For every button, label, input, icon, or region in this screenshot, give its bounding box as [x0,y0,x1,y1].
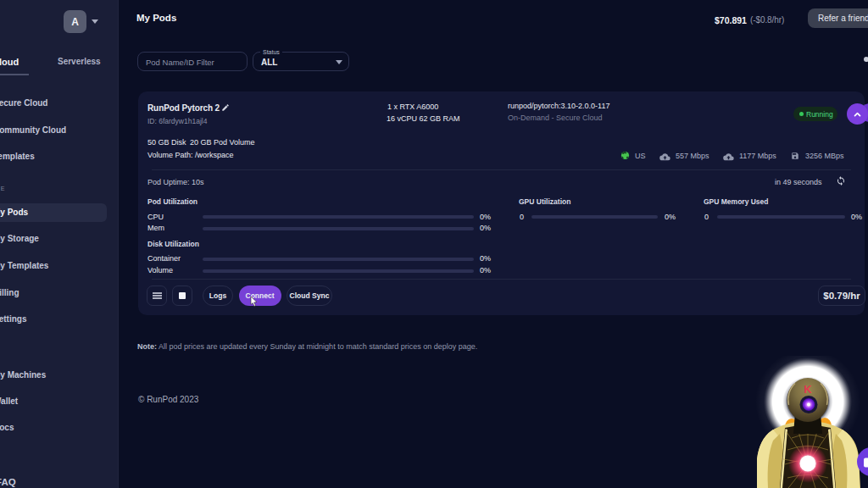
svg-text:K: K [804,383,812,396]
